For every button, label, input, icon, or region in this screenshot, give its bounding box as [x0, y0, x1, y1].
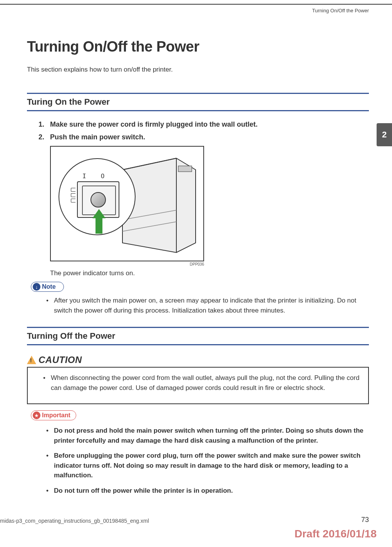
bullet-dot: • [46, 451, 54, 461]
star-icon: ★ [33, 412, 40, 419]
power-button-graphic [90, 192, 106, 207]
list-item-text: Do not press and hold the main power swi… [54, 426, 369, 445]
list-item-text: Do not turn off the power while the prin… [54, 486, 233, 496]
caution-box: • When disconnecting the power cord from… [27, 368, 369, 404]
page-title: Turning On/Off the Power [27, 38, 369, 55]
important-pill: ★ Important [31, 410, 76, 420]
list-item-text: After you switch the main power on, a sc… [54, 296, 369, 315]
list-item: • Before unplugging the power cord plug,… [46, 451, 369, 480]
figure-container: IO DPP036 [50, 146, 369, 266]
note-label: Note [42, 283, 56, 290]
section-on-heading-bar: Turing On the Power [27, 93, 369, 111]
printer-power-switch-figure: IO [50, 146, 204, 261]
steps-list: 1. Make sure the power cord is firmly pl… [27, 120, 369, 141]
list-item-text: Before unplugging the power cord plug, t… [54, 451, 369, 480]
step-number: 1. [39, 120, 50, 129]
down-arrow-icon: ↓ [33, 283, 40, 291]
list-item: • Do not press and hold the main power s… [46, 426, 369, 445]
section-on-heading: Turing On the Power [27, 97, 369, 107]
io-marks: IO [82, 172, 104, 180]
section-off-heading-bar: Turning Off the Power [27, 327, 369, 345]
list-item: • When disconnecting the power cord from… [43, 373, 360, 393]
running-header: Turning On/Off the Power [312, 8, 369, 13]
top-rule [0, 4, 392, 5]
caution-header: CAUTION [27, 355, 369, 368]
footer-filename: midas-p3_com_operating_instructions_gb_0… [0, 518, 149, 524]
list-item: • After you switch the main power on, a … [46, 296, 369, 315]
important-bullet-list: • Do not press and hold the main power s… [27, 426, 369, 495]
note-pill: ↓ Note [31, 282, 64, 292]
svg-rect-0 [178, 166, 192, 172]
warning-triangle-icon [27, 356, 36, 364]
list-item-text: When disconnecting the power cord from t… [51, 373, 360, 393]
caution-label: CAUTION [39, 355, 82, 365]
zoom-circle: IO [59, 158, 136, 235]
intro-text: This section explains how to turn on/off… [27, 66, 369, 74]
step-number: 2. [39, 133, 50, 141]
step-item: 2. Push the main power switch. [39, 133, 369, 141]
figure-code: DPP036 [50, 262, 204, 266]
draft-stamp: Draft 2016/01/18 [295, 528, 377, 540]
page-content: Turning On/Off the Power This section ex… [0, 0, 392, 495]
bullet-dot: • [43, 373, 51, 383]
bullet-dot: • [46, 486, 54, 496]
figure-caption: The power indicator turns on. [50, 269, 369, 277]
chapter-tab: 2 [377, 123, 392, 146]
step-text: Make sure the power cord is firmly plugg… [50, 120, 258, 129]
section-off-heading: Turning Off the Power [27, 331, 369, 341]
step-item: 1. Make sure the power cord is firmly pl… [39, 120, 369, 129]
step-text: Push the main power switch. [50, 133, 145, 141]
caution-bullet-list: • When disconnecting the power cord from… [35, 373, 360, 393]
note-bullet-list: • After you switch the main power on, a … [27, 296, 369, 315]
list-item: • Do not turn off the power while the pr… [46, 486, 369, 496]
bullet-dot: • [46, 426, 54, 436]
bullet-dot: • [46, 296, 54, 306]
footer-page-number: 73 [361, 516, 369, 524]
important-label: Important [42, 412, 70, 419]
tray-lines [71, 188, 76, 204]
green-arrow-icon [92, 209, 106, 232]
